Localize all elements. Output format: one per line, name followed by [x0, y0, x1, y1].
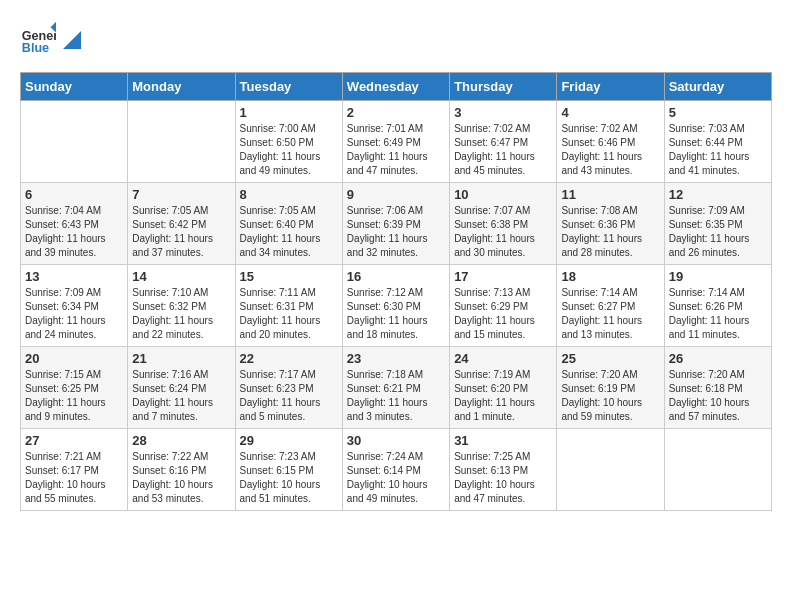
day-number: 6	[25, 187, 123, 202]
day-number: 14	[132, 269, 230, 284]
svg-marker-4	[63, 31, 81, 49]
calendar-cell: 30Sunrise: 7:24 AM Sunset: 6:14 PM Dayli…	[342, 429, 449, 511]
day-number: 26	[669, 351, 767, 366]
day-number: 2	[347, 105, 445, 120]
cell-data: Sunrise: 7:23 AM Sunset: 6:15 PM Dayligh…	[240, 450, 338, 506]
cell-data: Sunrise: 7:25 AM Sunset: 6:13 PM Dayligh…	[454, 450, 552, 506]
calendar-cell	[128, 101, 235, 183]
calendar-cell: 23Sunrise: 7:18 AM Sunset: 6:21 PM Dayli…	[342, 347, 449, 429]
calendar-cell: 7Sunrise: 7:05 AM Sunset: 6:42 PM Daylig…	[128, 183, 235, 265]
calendar-cell: 10Sunrise: 7:07 AM Sunset: 6:38 PM Dayli…	[450, 183, 557, 265]
cell-data: Sunrise: 7:07 AM Sunset: 6:38 PM Dayligh…	[454, 204, 552, 260]
day-number: 1	[240, 105, 338, 120]
day-number: 12	[669, 187, 767, 202]
cell-data: Sunrise: 7:22 AM Sunset: 6:16 PM Dayligh…	[132, 450, 230, 506]
logo-icon: General Blue	[20, 20, 56, 56]
calendar-week-row: 13Sunrise: 7:09 AM Sunset: 6:34 PM Dayli…	[21, 265, 772, 347]
day-number: 27	[25, 433, 123, 448]
day-number: 15	[240, 269, 338, 284]
calendar-cell: 14Sunrise: 7:10 AM Sunset: 6:32 PM Dayli…	[128, 265, 235, 347]
day-number: 8	[240, 187, 338, 202]
cell-data: Sunrise: 7:01 AM Sunset: 6:49 PM Dayligh…	[347, 122, 445, 178]
calendar-cell: 17Sunrise: 7:13 AM Sunset: 6:29 PM Dayli…	[450, 265, 557, 347]
calendar-cell: 25Sunrise: 7:20 AM Sunset: 6:19 PM Dayli…	[557, 347, 664, 429]
day-number: 28	[132, 433, 230, 448]
day-number: 4	[561, 105, 659, 120]
calendar-cell: 11Sunrise: 7:08 AM Sunset: 6:36 PM Dayli…	[557, 183, 664, 265]
calendar-week-row: 27Sunrise: 7:21 AM Sunset: 6:17 PM Dayli…	[21, 429, 772, 511]
calendar-cell: 5Sunrise: 7:03 AM Sunset: 6:44 PM Daylig…	[664, 101, 771, 183]
page-header: General Blue	[20, 20, 772, 56]
calendar-cell: 26Sunrise: 7:20 AM Sunset: 6:18 PM Dayli…	[664, 347, 771, 429]
day-header-saturday: Saturday	[664, 73, 771, 101]
day-number: 9	[347, 187, 445, 202]
cell-data: Sunrise: 7:19 AM Sunset: 6:20 PM Dayligh…	[454, 368, 552, 424]
cell-data: Sunrise: 7:14 AM Sunset: 6:27 PM Dayligh…	[561, 286, 659, 342]
day-number: 3	[454, 105, 552, 120]
day-number: 29	[240, 433, 338, 448]
calendar-cell: 3Sunrise: 7:02 AM Sunset: 6:47 PM Daylig…	[450, 101, 557, 183]
cell-data: Sunrise: 7:09 AM Sunset: 6:35 PM Dayligh…	[669, 204, 767, 260]
cell-data: Sunrise: 7:24 AM Sunset: 6:14 PM Dayligh…	[347, 450, 445, 506]
cell-data: Sunrise: 7:15 AM Sunset: 6:25 PM Dayligh…	[25, 368, 123, 424]
day-header-monday: Monday	[128, 73, 235, 101]
calendar-week-row: 6Sunrise: 7:04 AM Sunset: 6:43 PM Daylig…	[21, 183, 772, 265]
cell-data: Sunrise: 7:00 AM Sunset: 6:50 PM Dayligh…	[240, 122, 338, 178]
day-number: 30	[347, 433, 445, 448]
day-number: 7	[132, 187, 230, 202]
calendar-cell: 8Sunrise: 7:05 AM Sunset: 6:40 PM Daylig…	[235, 183, 342, 265]
calendar-cell	[664, 429, 771, 511]
calendar-cell: 18Sunrise: 7:14 AM Sunset: 6:27 PM Dayli…	[557, 265, 664, 347]
cell-data: Sunrise: 7:05 AM Sunset: 6:40 PM Dayligh…	[240, 204, 338, 260]
day-number: 17	[454, 269, 552, 284]
day-header-sunday: Sunday	[21, 73, 128, 101]
day-header-tuesday: Tuesday	[235, 73, 342, 101]
cell-data: Sunrise: 7:09 AM Sunset: 6:34 PM Dayligh…	[25, 286, 123, 342]
cell-data: Sunrise: 7:11 AM Sunset: 6:31 PM Dayligh…	[240, 286, 338, 342]
logo-triangle-icon	[63, 31, 81, 49]
svg-text:Blue: Blue	[22, 41, 49, 55]
calendar-cell: 19Sunrise: 7:14 AM Sunset: 6:26 PM Dayli…	[664, 265, 771, 347]
day-number: 31	[454, 433, 552, 448]
day-number: 11	[561, 187, 659, 202]
calendar-cell: 22Sunrise: 7:17 AM Sunset: 6:23 PM Dayli…	[235, 347, 342, 429]
cell-data: Sunrise: 7:02 AM Sunset: 6:47 PM Dayligh…	[454, 122, 552, 178]
cell-data: Sunrise: 7:12 AM Sunset: 6:30 PM Dayligh…	[347, 286, 445, 342]
calendar-week-row: 20Sunrise: 7:15 AM Sunset: 6:25 PM Dayli…	[21, 347, 772, 429]
calendar-cell	[21, 101, 128, 183]
cell-data: Sunrise: 7:17 AM Sunset: 6:23 PM Dayligh…	[240, 368, 338, 424]
calendar-cell: 9Sunrise: 7:06 AM Sunset: 6:39 PM Daylig…	[342, 183, 449, 265]
calendar-table: SundayMondayTuesdayWednesdayThursdayFrid…	[20, 72, 772, 511]
day-number: 13	[25, 269, 123, 284]
cell-data: Sunrise: 7:20 AM Sunset: 6:19 PM Dayligh…	[561, 368, 659, 424]
day-number: 18	[561, 269, 659, 284]
cell-data: Sunrise: 7:03 AM Sunset: 6:44 PM Dayligh…	[669, 122, 767, 178]
logo: General Blue	[20, 20, 82, 56]
cell-data: Sunrise: 7:02 AM Sunset: 6:46 PM Dayligh…	[561, 122, 659, 178]
day-number: 19	[669, 269, 767, 284]
cell-data: Sunrise: 7:06 AM Sunset: 6:39 PM Dayligh…	[347, 204, 445, 260]
cell-data: Sunrise: 7:10 AM Sunset: 6:32 PM Dayligh…	[132, 286, 230, 342]
calendar-cell: 20Sunrise: 7:15 AM Sunset: 6:25 PM Dayli…	[21, 347, 128, 429]
day-number: 22	[240, 351, 338, 366]
calendar-cell: 4Sunrise: 7:02 AM Sunset: 6:46 PM Daylig…	[557, 101, 664, 183]
calendar-cell	[557, 429, 664, 511]
cell-data: Sunrise: 7:14 AM Sunset: 6:26 PM Dayligh…	[669, 286, 767, 342]
cell-data: Sunrise: 7:04 AM Sunset: 6:43 PM Dayligh…	[25, 204, 123, 260]
calendar-header-row: SundayMondayTuesdayWednesdayThursdayFrid…	[21, 73, 772, 101]
calendar-cell: 16Sunrise: 7:12 AM Sunset: 6:30 PM Dayli…	[342, 265, 449, 347]
calendar-cell: 27Sunrise: 7:21 AM Sunset: 6:17 PM Dayli…	[21, 429, 128, 511]
cell-data: Sunrise: 7:20 AM Sunset: 6:18 PM Dayligh…	[669, 368, 767, 424]
day-number: 25	[561, 351, 659, 366]
day-header-friday: Friday	[557, 73, 664, 101]
cell-data: Sunrise: 7:13 AM Sunset: 6:29 PM Dayligh…	[454, 286, 552, 342]
day-number: 16	[347, 269, 445, 284]
calendar-cell: 13Sunrise: 7:09 AM Sunset: 6:34 PM Dayli…	[21, 265, 128, 347]
day-header-wednesday: Wednesday	[342, 73, 449, 101]
calendar-cell: 1Sunrise: 7:00 AM Sunset: 6:50 PM Daylig…	[235, 101, 342, 183]
calendar-cell: 15Sunrise: 7:11 AM Sunset: 6:31 PM Dayli…	[235, 265, 342, 347]
cell-data: Sunrise: 7:18 AM Sunset: 6:21 PM Dayligh…	[347, 368, 445, 424]
calendar-cell: 12Sunrise: 7:09 AM Sunset: 6:35 PM Dayli…	[664, 183, 771, 265]
day-header-thursday: Thursday	[450, 73, 557, 101]
day-number: 23	[347, 351, 445, 366]
